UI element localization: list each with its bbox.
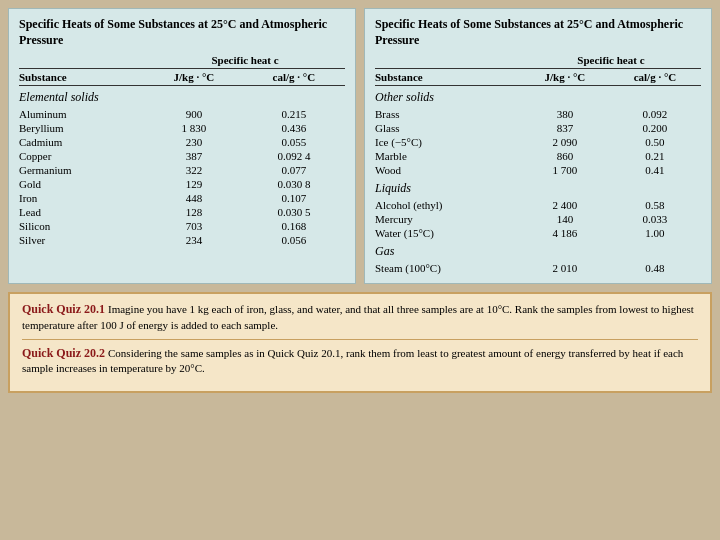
- quiz1-title: Quick Quiz 20.1: [22, 302, 105, 316]
- calg-value: 0.030 5: [243, 205, 345, 219]
- right-gas-label: Gas: [375, 240, 701, 261]
- table-row: Iron 448 0.107: [19, 191, 345, 205]
- jkg-value: 448: [145, 191, 243, 205]
- substance-name: Glass: [375, 121, 521, 135]
- table-row: Silicon 703 0.168: [19, 219, 345, 233]
- substance-name: Marble: [375, 149, 521, 163]
- calg-value: 0.215: [243, 107, 345, 121]
- substance-name: Silver: [19, 233, 145, 247]
- left-table-card: Specific Heats of Some Substances at 25°…: [8, 8, 356, 284]
- substance-name: Alcohol (ethyl): [375, 198, 521, 212]
- table-row: Wood 1 700 0.41: [375, 163, 701, 177]
- substance-name: Wood: [375, 163, 521, 177]
- calg-value: 0.200: [609, 121, 701, 135]
- jkg-value: 380: [521, 107, 609, 121]
- table-row: Beryllium 1 830 0.436: [19, 121, 345, 135]
- jkg-value: 900: [145, 107, 243, 121]
- quiz2-title: Quick Quiz 20.2: [22, 346, 105, 360]
- calg-value: 0.056: [243, 233, 345, 247]
- right-col-header: Specific heat c: [375, 54, 701, 69]
- right-section2-label: Liquids: [375, 177, 701, 198]
- calg-value: 0.436: [243, 121, 345, 135]
- right-table-card: Specific Heats of Some Substances at 25°…: [364, 8, 712, 284]
- jkg-value: 128: [145, 205, 243, 219]
- calg-value: 0.58: [609, 198, 701, 212]
- substance-name: Steam (100°C): [375, 261, 521, 275]
- right-liquids-label: Liquids: [375, 177, 701, 198]
- table-row: Silver 234 0.056: [19, 233, 345, 247]
- table-row: Steam (100°C) 2 010 0.48: [375, 261, 701, 275]
- left-col-substance: Substance: [19, 69, 145, 86]
- right-table: Specific heat c Substance J/kg · °C cal/…: [375, 54, 701, 275]
- substance-name: Germanium: [19, 163, 145, 177]
- left-col-jkg: J/kg · °C: [145, 69, 243, 86]
- table-row: Ice (−5°C) 2 090 0.50: [375, 135, 701, 149]
- table-row: Gold 129 0.030 8: [19, 177, 345, 191]
- substance-name: Cadmium: [19, 135, 145, 149]
- right-empty-header: [375, 54, 521, 69]
- table-row: Glass 837 0.200: [375, 121, 701, 135]
- jkg-value: 140: [521, 212, 609, 226]
- right-specific-heat-label: Specific heat c: [521, 54, 701, 69]
- substance-name: Ice (−5°C): [375, 135, 521, 149]
- table-row: Alcohol (ethyl) 2 400 0.58: [375, 198, 701, 212]
- calg-value: 0.50: [609, 135, 701, 149]
- left-empty-header: [19, 54, 145, 69]
- left-table: Specific heat c Substance J/kg · °C cal/…: [19, 54, 345, 247]
- calg-value: 0.168: [243, 219, 345, 233]
- quiz2-body: Considering the same samples as in Quick…: [22, 347, 683, 374]
- calg-value: 1.00: [609, 226, 701, 240]
- jkg-value: 2 090: [521, 135, 609, 149]
- substance-name: Lead: [19, 205, 145, 219]
- table-row: Copper 387 0.092 4: [19, 149, 345, 163]
- calg-value: 0.092 4: [243, 149, 345, 163]
- jkg-value: 703: [145, 219, 243, 233]
- substance-name: Beryllium: [19, 121, 145, 135]
- substance-name: Gold: [19, 177, 145, 191]
- top-section: Specific Heats of Some Substances at 25°…: [8, 8, 712, 284]
- calg-value: 0.077: [243, 163, 345, 177]
- right-col-substance: Substance: [375, 69, 521, 86]
- calg-value: 0.107: [243, 191, 345, 205]
- right-table-title: Specific Heats of Some Substances at 25°…: [375, 17, 701, 48]
- table-row: Water (15°C) 4 186 1.00: [375, 226, 701, 240]
- left-sub-header: Substance J/kg · °C cal/g · °C: [19, 69, 345, 86]
- right-section3-label: Gas: [375, 240, 701, 261]
- substance-name: Copper: [19, 149, 145, 163]
- quiz-section: Quick Quiz 20.1 Imagine you have 1 kg ea…: [8, 292, 712, 393]
- substance-name: Brass: [375, 107, 521, 121]
- table-row: Lead 128 0.030 5: [19, 205, 345, 219]
- calg-value: 0.055: [243, 135, 345, 149]
- right-col-calg: cal/g · °C: [609, 69, 701, 86]
- right-section1-label: Other solids: [375, 86, 701, 108]
- left-section1-label: Elemental solids: [19, 86, 345, 108]
- jkg-value: 2 010: [521, 261, 609, 275]
- table-row: Brass 380 0.092: [375, 107, 701, 121]
- jkg-value: 860: [521, 149, 609, 163]
- calg-value: 0.033: [609, 212, 701, 226]
- table-row: Marble 860 0.21: [375, 149, 701, 163]
- left-col-header: Specific heat c: [19, 54, 345, 69]
- substance-name: Iron: [19, 191, 145, 205]
- jkg-value: 837: [521, 121, 609, 135]
- jkg-value: 234: [145, 233, 243, 247]
- jkg-value: 230: [145, 135, 243, 149]
- jkg-value: 4 186: [521, 226, 609, 240]
- jkg-value: 2 400: [521, 198, 609, 212]
- calg-value: 0.092: [609, 107, 701, 121]
- jkg-value: 129: [145, 177, 243, 191]
- right-sub-header: Substance J/kg · °C cal/g · °C: [375, 69, 701, 86]
- substance-name: Aluminum: [19, 107, 145, 121]
- right-col-jkg: J/kg · °C: [521, 69, 609, 86]
- jkg-value: 387: [145, 149, 243, 163]
- calg-value: 0.48: [609, 261, 701, 275]
- right-other-solids-label: Other solids: [375, 86, 701, 108]
- quiz1-item: Quick Quiz 20.1 Imagine you have 1 kg ea…: [22, 302, 698, 333]
- calg-value: 0.41: [609, 163, 701, 177]
- table-row: Aluminum 900 0.215: [19, 107, 345, 121]
- quiz1-body: Imagine you have 1 kg each of iron, glas…: [22, 303, 694, 330]
- left-specific-heat-label: Specific heat c: [145, 54, 345, 69]
- calg-value: 0.21: [609, 149, 701, 163]
- quiz-divider: [22, 339, 698, 340]
- table-row: Mercury 140 0.033: [375, 212, 701, 226]
